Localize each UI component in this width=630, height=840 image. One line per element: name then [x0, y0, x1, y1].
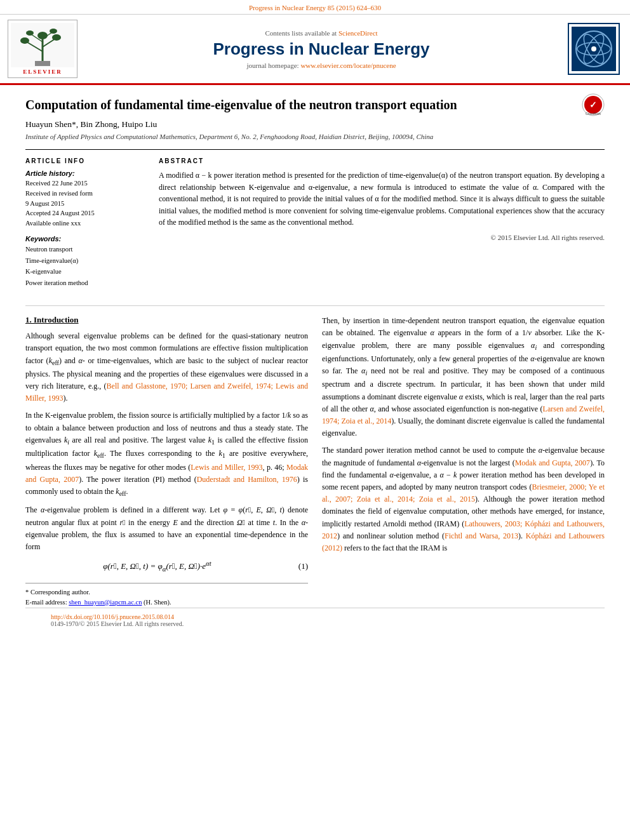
pne-logo-inner	[572, 27, 616, 71]
authors-line: Huayun Shen*, Bin Zhong, Huipo Liu	[25, 119, 605, 130]
ref-modak-2007b[interactable]: Modak and Gupta, 2007	[515, 458, 590, 467]
bottom-bar: http://dx.doi.org/10.1016/j.pnucene.2015…	[25, 608, 605, 632]
equation-1-content: φ(r⃗, E, Ω⃗, t) = φα(r⃗, E, Ω⃗)·eαt	[25, 559, 289, 573]
abstract-panel: ABSTRACT A modified α − k power iteratio…	[159, 157, 605, 295]
svg-point-6	[37, 32, 48, 39]
elsevier-graphic	[11, 23, 74, 67]
journal-center: Contents lists available at ScienceDirec…	[84, 29, 559, 69]
svg-text:✓: ✓	[589, 100, 597, 110]
ref-larsen-1974[interactable]: Larsen and Zweifel, 1974; Zoia et al., 2…	[322, 404, 605, 425]
ref-fichtl-2013[interactable]: Fichtl and Warsa, 2013	[445, 531, 518, 540]
revised-label: Received in revised form	[25, 189, 146, 199]
svg-text:CrossMark: CrossMark	[586, 112, 601, 116]
svg-point-8	[52, 34, 61, 41]
sciencedirect-line: Contents lists available at ScienceDirec…	[84, 29, 559, 37]
article-history-label: Article history:	[25, 170, 146, 177]
received-date-1: Received 22 June 2015	[25, 178, 146, 189]
right-para-2: The standard power iteration method cann…	[322, 444, 605, 554]
journal-header: ELSEVIER Contents lists available at Sci…	[0, 15, 630, 85]
ref-briesmeier-2000[interactable]: Briesmeier, 2000; Ye et al., 2007; Zoia …	[322, 483, 605, 503]
homepage-link[interactable]: www.elsevier.com/locate/pnucene	[300, 62, 396, 69]
section-1-heading: 1. Introduction	[25, 315, 308, 325]
ref-duderstadt-1976[interactable]: Duderstadt and Hamilton, 1976	[197, 475, 297, 484]
received-date-2: 9 August 2015	[25, 199, 146, 209]
article-history-group: Article history: Received 22 June 2015 R…	[25, 170, 146, 229]
available-online: Available online xxx	[25, 218, 146, 229]
equation-1: φ(r⃗, E, Ω⃗, t) = φα(r⃗, E, Ω⃗)·eαt (1)	[25, 559, 308, 573]
journal-homepage: journal homepage: www.elsevier.com/locat…	[84, 62, 559, 69]
email-footnote: E-mail address: shen_huayun@iapcm.ac.cn …	[25, 597, 308, 608]
section-divider	[25, 305, 605, 306]
keywords-group: Keywords: Neutron transport Time-eigenva…	[25, 235, 146, 289]
body-para-2: In the K-eigenvalue problem, the fission…	[25, 410, 308, 499]
svg-rect-11	[35, 61, 50, 66]
email-label: E-mail address:	[25, 599, 67, 606]
copyright-line: © 2015 Elsevier Ltd. All rights reserved…	[159, 234, 605, 241]
article-info-heading: ARTICLE INFO	[25, 157, 146, 164]
keywords-list: Neutron transport Time-eigenvalue(α) K-e…	[25, 244, 146, 289]
journal-title: Progress in Nuclear Energy	[84, 39, 559, 59]
svg-point-9	[26, 30, 34, 36]
elsevier-brand-label: ELSEVIER	[11, 69, 74, 75]
abstract-text: A modified α − k power iteration method …	[159, 170, 605, 229]
paper-content: ✓ CrossMark Computation of fundamental t…	[0, 85, 630, 644]
corresponding-author-note: * Corresponding author.	[25, 587, 308, 597]
pne-logo-area	[565, 23, 622, 75]
svg-point-7	[20, 37, 29, 44]
accepted-date: Accepted 24 August 2015	[25, 208, 146, 218]
abstract-heading: ABSTRACT	[159, 157, 605, 164]
email-link[interactable]: shen_huayun@iapcm.ac.cn	[69, 599, 142, 606]
body-columns: 1. Introduction Although several eigenva…	[25, 315, 605, 607]
email-suffix: (H. Shen).	[144, 599, 171, 606]
body-para-1: Although several eigenvalue problems can…	[25, 330, 308, 404]
ref-bell-1970[interactable]: Bell and Glasstone, 1970; Larsen and Zwe…	[25, 382, 308, 403]
issn-text: 0149-1970/© 2015 Elsevier Ltd. All right…	[51, 620, 579, 627]
footnote-area: * Corresponding author. E-mail address: …	[25, 583, 308, 608]
keyword-1: Neutron transport	[25, 244, 146, 255]
keywords-label: Keywords:	[25, 235, 146, 243]
svg-point-13	[591, 46, 596, 51]
keyword-2: Time-eigenvalue(α)	[25, 255, 146, 267]
article-info-panel: ARTICLE INFO Article history: Received 2…	[25, 157, 146, 295]
journal-citation-bar: Progress in Nuclear Energy 85 (2015) 624…	[0, 0, 630, 15]
doi-link[interactable]: http://dx.doi.org/10.1016/j.pnucene.2015…	[51, 613, 174, 620]
sciencedirect-link[interactable]: ScienceDirect	[338, 29, 378, 37]
right-para-1: Then, by insertion in time-dependent neu…	[322, 315, 605, 439]
ref-lewis-1993[interactable]: Lewis and Miller, 1993	[191, 463, 262, 472]
pne-logo	[568, 23, 620, 75]
body-para-3: The α-eigenvalue problem is defined in a…	[25, 504, 308, 553]
keyword-3: K-eigenvalue	[25, 266, 146, 277]
crossmark-badge: ✓ CrossMark	[582, 93, 605, 119]
journal-citation-text: Progress in Nuclear Energy 85 (2015) 624…	[249, 4, 381, 11]
article-meta-section: ARTICLE INFO Article history: Received 2…	[25, 149, 605, 295]
svg-point-10	[50, 29, 57, 34]
elsevier-logo-area: ELSEVIER	[8, 20, 77, 78]
affiliation-line: Institute of Applied Physics and Computa…	[25, 133, 605, 140]
keyword-4: Power iteration method	[25, 277, 146, 289]
col-left: 1. Introduction Although several eigenva…	[25, 315, 308, 607]
equation-1-number: (1)	[289, 561, 308, 571]
paper-title: Computation of fundamental time-eigenval…	[25, 97, 605, 113]
elsevier-box: ELSEVIER	[8, 20, 77, 78]
col-right: Then, by insertion in time-dependent neu…	[322, 315, 605, 607]
